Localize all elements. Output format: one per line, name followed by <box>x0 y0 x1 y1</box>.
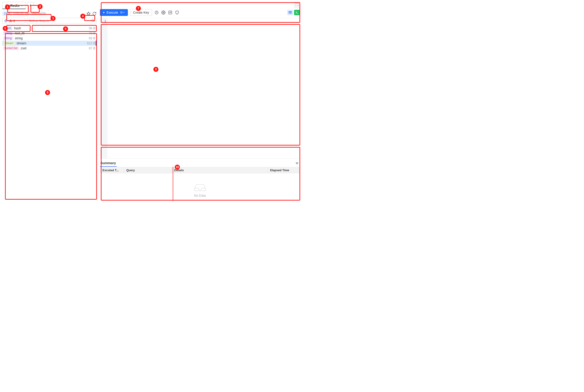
annotation-badge: 4 <box>80 14 85 19</box>
add-tab-button[interactable]: + <box>27 2 34 9</box>
chart-icon[interactable] <box>168 10 172 15</box>
summary-table-header: Excuted T... Query Details Elapsed Time <box>100 167 300 173</box>
annotation-badge: 9 <box>153 67 158 72</box>
col-executed-time[interactable]: Excuted T... <box>100 167 124 173</box>
history-icon[interactable] <box>154 10 159 15</box>
summary-title: Summary <box>100 161 300 166</box>
db-label: db 0 <box>9 19 15 23</box>
key-type-badge: String <box>3 36 13 40</box>
play-icon <box>103 11 105 14</box>
key-type-badge: String <box>3 32 13 35</box>
annotation-badge: 3 <box>51 16 56 21</box>
svg-point-9 <box>163 12 164 13</box>
annotation-badge: 8 <box>45 90 50 95</box>
key-row[interactable]: Sorted Setzset87 B <box>2 46 97 51</box>
svg-marker-7 <box>103 12 105 14</box>
connection-host: 173.21.187.250:6379 <box>14 12 85 16</box>
fullscreen-button[interactable] <box>294 2 300 8</box>
mode-cli-toggle[interactable] <box>294 10 300 15</box>
svg-rect-11 <box>288 11 292 12</box>
svg-point-5 <box>92 19 94 21</box>
key-size: 69 B <box>89 36 95 40</box>
annotation-badge: 6 <box>63 26 68 32</box>
refresh-icon[interactable] <box>92 11 97 16</box>
key-name: stream <box>17 42 85 45</box>
search-input[interactable] <box>29 19 91 23</box>
mode-ui-toggle[interactable] <box>287 10 293 15</box>
tab-label: Redis <box>10 4 20 8</box>
col-query[interactable]: Query <box>124 167 172 173</box>
key-row[interactable]: Streamstream612 B <box>2 41 97 46</box>
query-editor[interactable]: 1 <box>100 18 300 159</box>
key-type-badge: Sorted Set <box>3 46 19 50</box>
key-size: 96 B <box>89 26 95 30</box>
star-icon[interactable] <box>86 11 91 16</box>
close-icon[interactable]: × <box>21 4 23 8</box>
key-size: 612 B <box>87 42 95 45</box>
summary-panel: Summary Excuted T... Query Details Elaps… <box>100 161 300 201</box>
execute-button[interactable]: Execute ⌘↩ <box>100 9 128 16</box>
key-name: hash <box>14 26 87 30</box>
key-name: string <box>15 36 87 40</box>
inbox-icon <box>193 183 207 192</box>
svg-marker-3 <box>87 12 90 15</box>
key-size: 72 B <box>89 32 95 35</box>
search-input-wrap[interactable] <box>27 18 97 24</box>
annotation-badge: 2 <box>38 4 43 9</box>
db-selector[interactable]: db 0 <box>2 18 25 24</box>
svg-rect-12 <box>288 13 292 14</box>
svg-marker-14 <box>296 163 298 164</box>
key-name: zset <box>21 46 87 50</box>
annotation-badge: 5 <box>3 26 8 31</box>
key-size: 87 B <box>89 46 95 50</box>
annotation-badge: 10 <box>175 164 180 170</box>
database-icon <box>4 19 8 22</box>
no-data-text: No Data <box>194 194 206 197</box>
annotation-badge: 1 <box>5 4 10 10</box>
col-details[interactable]: Details <box>172 167 268 173</box>
chevron-down-icon <box>20 19 23 23</box>
key-type-badge: Stream <box>3 42 15 45</box>
annotation-badge: 7 <box>136 6 141 11</box>
search-icon[interactable] <box>91 19 95 23</box>
key-row[interactable]: Hashhash96 B <box>2 26 97 31</box>
shield-icon[interactable] <box>175 10 179 15</box>
svg-line-6 <box>94 21 94 22</box>
collapse-icon[interactable] <box>296 162 299 166</box>
editor-gutter: 1 <box>100 18 107 158</box>
env-chip[interactable]: DEV <box>2 11 12 16</box>
keys-list: Hashhash96 BStringtest_ttt72 BStringstri… <box>2 26 97 201</box>
key-name: test_ttt <box>15 32 87 35</box>
col-elapsed-time[interactable]: Elapsed Time <box>268 167 300 173</box>
svg-point-4 <box>5 20 7 20</box>
key-row[interactable]: Stringtest_ttt72 B <box>2 31 97 36</box>
create-key-button[interactable]: Create Key <box>130 9 152 16</box>
gear-icon[interactable] <box>161 10 166 15</box>
key-row[interactable]: Stringstring69 B <box>2 36 97 41</box>
